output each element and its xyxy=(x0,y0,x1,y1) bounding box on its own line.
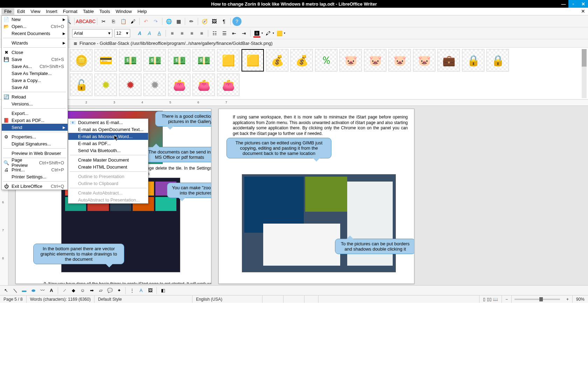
file-menu-item[interactable]: Save All xyxy=(2,84,68,91)
file-menu-item[interactable]: Export... xyxy=(2,110,68,117)
font-name-combo[interactable]: Arial xyxy=(72,29,112,38)
file-menu-item[interactable]: Printer Settings... xyxy=(2,173,68,180)
status-style[interactable]: Default Style xyxy=(94,295,192,303)
file-menu-item[interactable]: Save As...Ctrl+Shift+S xyxy=(2,63,68,70)
gallery-item[interactable]: 🐷 xyxy=(413,49,435,71)
gallery-item[interactable]: 💵 xyxy=(144,49,166,71)
table-icon[interactable]: ▦ xyxy=(174,17,183,26)
symbol-shapes-icon[interactable]: ☺ xyxy=(79,287,86,294)
file-menu-item[interactable]: Save As Template... xyxy=(2,70,68,77)
file-menu-item[interactable]: 🔍Page PreviewCtrl+Shift+O xyxy=(2,159,68,166)
menu-edit[interactable]: Edit xyxy=(14,8,28,15)
document-page-right[interactable]: If using same workspace, then it is more… xyxy=(218,109,414,284)
basic-shapes-icon[interactable]: ◆ xyxy=(70,287,77,294)
gallery-icon[interactable]: 🖼 xyxy=(210,17,219,26)
gallery-item[interactable]: 💰 xyxy=(266,49,288,71)
copy-icon[interactable]: ⎘ xyxy=(109,17,118,26)
decrease-indent-icon[interactable]: ⇤ xyxy=(230,29,239,38)
horizontal-ruler[interactable]: 1 2 3 4 5 6 7 xyxy=(8,100,588,106)
gallery-item[interactable]: 👛 xyxy=(168,74,190,96)
gallery-item[interactable]: ✹ xyxy=(119,74,141,96)
file-menu-item[interactable]: 📕Export as PDF... xyxy=(2,117,68,124)
send-submenu-item[interactable]: E-mail as PDF... xyxy=(68,140,148,147)
nonprinting-icon[interactable]: ¶ xyxy=(219,17,229,26)
underline-icon[interactable]: A xyxy=(155,29,164,38)
gallery-item[interactable]: 🐷 xyxy=(364,49,386,71)
gallery-item[interactable]: 💵 xyxy=(119,49,141,71)
font-size-combo[interactable]: 12 xyxy=(114,29,130,38)
textbox-icon[interactable]: A xyxy=(48,287,55,294)
menu-window[interactable]: Window xyxy=(113,8,134,15)
file-menu-item[interactable]: 📂Open...Ctrl+O xyxy=(2,23,68,30)
undo-icon[interactable]: ↶ xyxy=(141,17,150,26)
menu-insert[interactable]: Insert xyxy=(43,8,60,15)
format-paintbrush-icon[interactable]: 🖌 xyxy=(128,17,138,26)
highlight-icon[interactable]: 🖍 xyxy=(264,29,273,38)
send-submenu-item[interactable]: 📧Document as E-mail... xyxy=(68,119,148,126)
gallery-list-view-icon[interactable]: ≣ xyxy=(74,41,77,46)
file-menu-item[interactable]: Recent Documents▶ xyxy=(2,30,68,37)
fontwork-icon[interactable]: A xyxy=(137,287,145,294)
status-signature[interactable] xyxy=(304,295,318,303)
gallery-item[interactable]: 👛 xyxy=(192,74,215,96)
gallery-item[interactable]: ％ xyxy=(315,49,337,71)
file-menu-item[interactable]: 🖨Print...Ctrl+P xyxy=(2,166,68,173)
align-right-icon[interactable]: ≡ xyxy=(187,29,196,38)
paste-icon[interactable]: 📋 xyxy=(119,17,128,26)
gallery-item[interactable]: 💳 xyxy=(94,49,117,71)
from-file-icon[interactable]: 🖼 xyxy=(146,287,154,294)
file-menu-item[interactable]: Save a Copy... xyxy=(2,77,68,84)
gallery-item[interactable]: 🐷 xyxy=(340,49,362,71)
gallery-item[interactable]: 💵 xyxy=(168,49,190,71)
send-submenu-item[interactable]: Create HTML Document xyxy=(68,163,148,170)
status-language[interactable]: English (USA) xyxy=(192,295,262,303)
send-submenu-item[interactable]: Create Master Document xyxy=(68,156,148,163)
highlight-dropdown[interactable]: ▾ xyxy=(273,32,274,35)
align-justify-icon[interactable]: ≡ xyxy=(197,29,206,38)
gallery-item[interactable]: 🔓 xyxy=(70,74,92,96)
bullets-icon[interactable]: ☰ xyxy=(220,29,229,38)
file-menu-item[interactable]: ⏻Exit LibreOfficeCtrl+Q xyxy=(2,183,68,190)
menu-table[interactable]: Table xyxy=(80,8,97,15)
font-color-icon[interactable]: 🅰 xyxy=(252,29,261,38)
block-arrows-icon[interactable]: ➡ xyxy=(88,287,96,294)
close-document-button[interactable]: ✕ xyxy=(581,8,585,14)
gallery-item[interactable]: 💼 xyxy=(438,49,460,71)
send-submenu-item[interactable]: E-mail as Microsoft Word... xyxy=(68,133,148,140)
status-selection-mode[interactable] xyxy=(284,295,304,303)
navigator-icon[interactable]: 🧭 xyxy=(200,17,209,26)
zoom-slider[interactable] xyxy=(514,299,560,300)
file-menu-item[interactable]: Digital Signatures... xyxy=(2,140,68,147)
file-menu-item[interactable]: Versions... xyxy=(2,100,68,107)
curve-icon[interactable]: ⟋ xyxy=(61,287,68,294)
file-menu-item[interactable]: Send▶ xyxy=(2,124,68,131)
align-left-icon[interactable]: ≡ xyxy=(168,29,177,38)
gallery-item[interactable]: 🔒 xyxy=(486,49,509,71)
hyperlink-icon[interactable]: 🌐 xyxy=(164,17,173,26)
status-wordcount[interactable]: Words (characters): 1169 (6360) xyxy=(27,295,94,303)
file-menu-item[interactable]: 🔄Reload xyxy=(2,93,68,100)
ellipse-icon[interactable]: ⬬ xyxy=(29,287,37,294)
redo-icon[interactable]: ↷ xyxy=(151,17,160,26)
file-menu-item[interactable]: Wizards▶ xyxy=(2,39,68,46)
rect-icon[interactable]: ▬ xyxy=(20,287,28,294)
font-color-dropdown[interactable]: ▾ xyxy=(261,32,263,35)
spellcheck-icon[interactable]: ABC xyxy=(76,17,85,26)
maximize-button[interactable]: ▫ xyxy=(568,0,578,8)
bgcolor-dropdown[interactable]: ▾ xyxy=(284,32,285,35)
points-icon[interactable]: ⋮ xyxy=(128,287,136,294)
zoom-percent[interactable]: 90% xyxy=(573,295,588,303)
menu-help[interactable]: Help xyxy=(135,8,150,15)
menu-tools[interactable]: Tools xyxy=(97,8,113,15)
gallery-scrollbar[interactable] xyxy=(582,49,587,98)
file-menu-item[interactable]: ⚙Properties... xyxy=(2,133,68,140)
gallery-item[interactable]: 💰 xyxy=(290,49,313,71)
drawing-icon[interactable]: ✏ xyxy=(187,17,196,26)
file-menu-item[interactable]: 💾SaveCtrl+S xyxy=(2,56,68,63)
freeform-icon[interactable]: 〰 xyxy=(38,287,46,294)
gallery-item[interactable]: 🪙 xyxy=(70,49,92,71)
view-layout-icons[interactable]: ▯ ▯▯ 📖 xyxy=(479,295,502,303)
file-menu-item[interactable]: 📄New▶ xyxy=(2,16,68,23)
close-window-button[interactable]: ✕ xyxy=(578,0,588,8)
bg-color-icon[interactable]: 🟨 xyxy=(275,29,284,38)
